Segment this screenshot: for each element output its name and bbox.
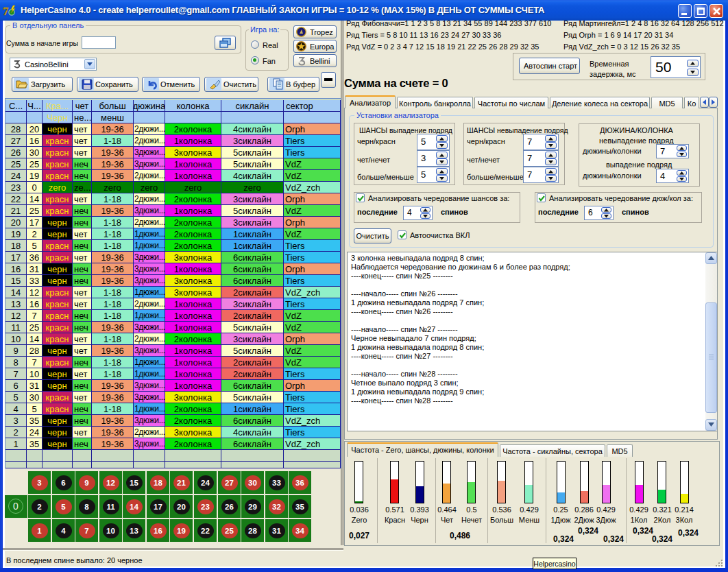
svg-text:7: 7 — [3, 5, 9, 18]
